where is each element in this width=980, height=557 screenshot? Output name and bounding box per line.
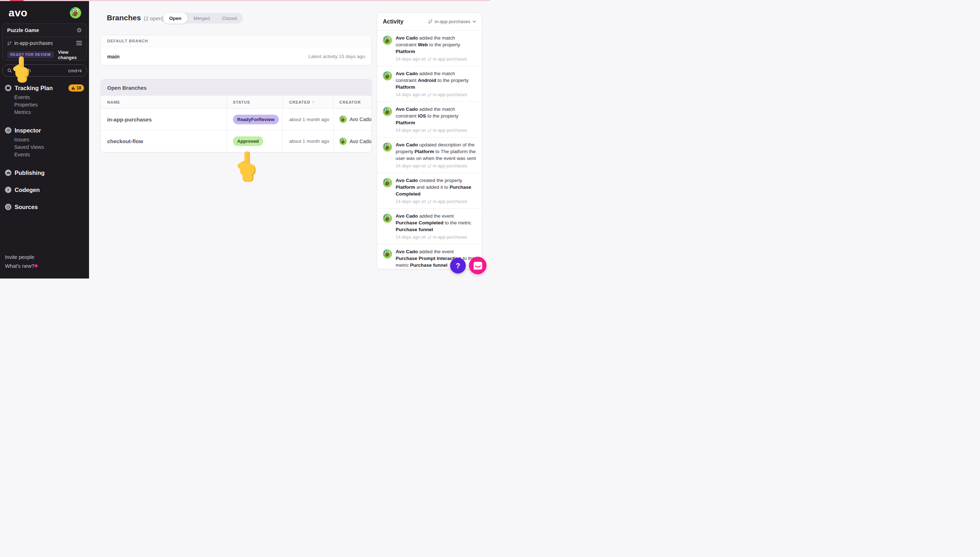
activity-item[interactable]: Avo Cado added the event Purchase Comple… — [377, 209, 482, 244]
branches-filter-tabs: Open Merged Closed — [163, 13, 243, 23]
activity-item[interactable]: Avo Cado added the match constraint Web … — [377, 31, 482, 66]
user-avatar[interactable] — [70, 7, 81, 18]
actor-avatar — [383, 142, 392, 152]
actor-avatar — [383, 178, 392, 187]
branch-menu-icon[interactable] — [76, 40, 82, 46]
activity-text: Avo Cado added the match constraint Andr… — [396, 70, 476, 90]
whats-new-notification-dot — [34, 264, 38, 267]
table-header-row: NAME STATUS CREATED↑ CREATOR — [101, 96, 371, 109]
tracking-plan-subnav: Events Properties Metrics — [14, 94, 38, 116]
issues-count-badge[interactable]: 18 — [68, 85, 84, 91]
sidebar-item-issues[interactable]: Issues — [14, 136, 44, 143]
activity-item[interactable]: Avo Cado updated description of the prop… — [377, 137, 482, 173]
tab-open[interactable]: Open — [163, 13, 188, 23]
activity-text: Avo Cado created the property Platform a… — [396, 177, 476, 197]
whats-new-link[interactable]: What's new? — [5, 262, 34, 271]
column-header-created[interactable]: CREATED↑ — [282, 96, 333, 108]
activity-panel: Activity in-app-purchases Avo Cado added… — [377, 13, 482, 269]
sidebar-item-saved-views[interactable]: Saved Views — [14, 143, 44, 151]
chat-bubble-icon — [474, 262, 482, 270]
current-branch-name[interactable]: in-app-purchases — [14, 40, 74, 46]
activity-branch-selector[interactable]: in-app-purchases — [428, 19, 476, 24]
sidebar-item-publishing[interactable]: Publishing — [5, 167, 84, 179]
activity-text: Avo Cado added the match constraint Web … — [396, 34, 476, 55]
sidebar: avo Puzzle Game ⚙ in-app-purchases READY… — [0, 0, 89, 278]
branch-icon — [428, 200, 431, 204]
branch-name: main — [107, 54, 120, 59]
sidebar-item-label: Sources — [15, 204, 84, 210]
activity-item[interactable]: Avo Cado added the match constraint iOS … — [377, 102, 482, 137]
branch-icon — [428, 129, 431, 132]
sidebar-item-sources[interactable]: Sources — [5, 201, 84, 213]
default-branch-header: DEFAULT BRANCH — [107, 39, 148, 43]
tab-merged[interactable]: Merged — [188, 13, 216, 23]
search-input[interactable]: Search cmd+k — [2, 65, 87, 77]
column-header-creator[interactable]: CREATOR — [333, 96, 371, 108]
sidebar-item-inspector[interactable]: Inspector — [5, 124, 84, 137]
gear-icon[interactable]: ⚙ — [77, 28, 82, 34]
page-subtitle: (2 open) — [144, 15, 164, 21]
sidebar-item-events[interactable]: Events — [14, 94, 38, 101]
activity-meta: 14 days ago on in-app-purchases — [396, 57, 476, 62]
activity-item[interactable]: Avo Cado added the event Purchase Prompt… — [377, 244, 482, 269]
sidebar-item-inspector-events[interactable]: Events — [14, 151, 44, 158]
column-header-status[interactable]: STATUS — [226, 96, 282, 108]
actor-avatar — [383, 36, 392, 45]
chevron-down-icon — [472, 20, 476, 23]
tab-closed[interactable]: Closed — [216, 13, 243, 23]
sort-ascending-icon: ↑ — [312, 100, 314, 105]
branch-icon — [428, 19, 433, 24]
table-row[interactable]: in-app-purchases ReadyForReview about 1 … — [101, 109, 371, 130]
branch-name-cell: in-app-purchases — [101, 109, 226, 130]
activity-item[interactable]: Avo Cado created the property Platform a… — [377, 173, 482, 209]
inspector-icon — [5, 127, 11, 134]
sidebar-item-tracking-plan[interactable]: Tracking Plan 18 — [5, 82, 84, 94]
creator-cell: Avo Cado — [333, 131, 371, 152]
publishing-icon — [5, 169, 11, 176]
creator-avatar — [339, 115, 347, 124]
activity-meta: 14 days ago on in-app-purchases — [396, 199, 476, 204]
help-button-label: ? — [456, 261, 461, 270]
open-branches-card: Open Branches NAME STATUS CREATED↑ CREAT… — [101, 79, 372, 152]
created-cell: about 1 month ago — [282, 131, 333, 152]
workspace-card: Puzzle Game ⚙ in-app-purchases READY FOR… — [2, 23, 87, 60]
sidebar-item-label: Inspector — [15, 127, 84, 134]
actor-avatar — [383, 107, 392, 116]
search-placeholder: Search — [15, 68, 65, 73]
workspace-name[interactable]: Puzzle Game — [7, 28, 39, 33]
actor-avatar — [383, 214, 392, 223]
actor-avatar — [383, 71, 392, 80]
latest-activity-text: Latest activity 15 days ago — [308, 54, 365, 59]
chat-button[interactable] — [469, 257, 487, 274]
sidebar-item-label: Codegen — [15, 187, 84, 194]
sidebar-item-codegen[interactable]: Codegen — [5, 184, 84, 196]
table-row[interactable]: checkout-flow Approved about 1 month ago… — [101, 130, 371, 152]
default-branch-row[interactable]: main Latest activity 15 days ago — [101, 47, 371, 65]
sidebar-item-metrics[interactable]: Metrics — [14, 109, 38, 116]
activity-meta: 14 days ago on in-app-purchases — [396, 92, 476, 97]
page-title: Branches — [107, 13, 141, 22]
activity-meta: 14 days ago on in-app-purchases — [396, 163, 476, 168]
activity-item[interactable]: Avo Cado added the match constraint Andr… — [377, 66, 482, 102]
view-changes-link[interactable]: View changes — [58, 49, 82, 60]
activity-text: Avo Cado updated description of the prop… — [396, 142, 476, 162]
default-branch-card: DEFAULT BRANCH main Latest activity 15 d… — [101, 35, 372, 65]
branch-name-cell: checkout-flow — [101, 131, 226, 152]
branch-icon — [428, 57, 431, 61]
sidebar-item-properties[interactable]: Properties — [14, 101, 38, 109]
branch-icon — [428, 235, 431, 239]
created-cell: about 1 month ago — [282, 109, 333, 130]
sources-icon — [5, 204, 11, 210]
codegen-icon — [5, 187, 11, 193]
search-shortcut: cmd+k — [68, 68, 82, 73]
actor-avatar — [383, 249, 392, 259]
column-header-name[interactable]: NAME — [101, 96, 226, 108]
top-loading-bar-accent — [10, 0, 23, 1]
invite-people-link[interactable]: Invite people — [5, 253, 34, 262]
activity-text: Avo Cado added the event Purchase Comple… — [396, 213, 476, 233]
activity-branch-name: in-app-purchases — [435, 19, 470, 24]
status-badge: Approved — [233, 137, 263, 146]
top-loading-bar — [0, 0, 490, 1]
avo-logo: avo — [8, 8, 28, 18]
help-button[interactable]: ? — [450, 258, 466, 274]
